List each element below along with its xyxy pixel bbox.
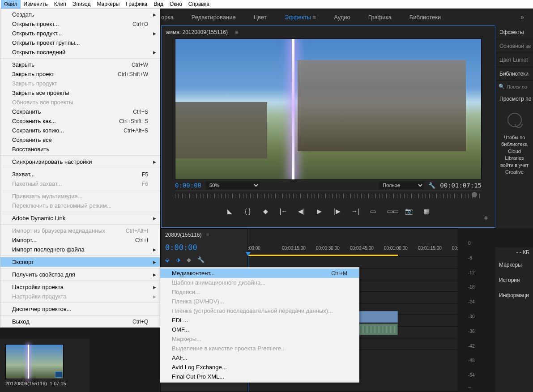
menu-sequence[interactable]: Эпизод — [69, 0, 94, 9]
ws-libraries[interactable]: Библиотеки — [409, 14, 441, 21]
submenu-arrow-icon: ▶ — [153, 216, 156, 221]
step-back-icon[interactable]: ◀| — [298, 208, 306, 215]
program-tc-in[interactable]: 0:00:00 — [175, 182, 201, 189]
menu-markers[interactable]: Маркеры — [94, 0, 123, 9]
file-menu-item[interactable]: СохранитьCtrl+S — [0, 107, 160, 116]
file-menu-item[interactable]: Диспетчер проектов... — [0, 304, 160, 314]
rp-tab-markers[interactable]: Маркеры — [495, 257, 533, 273]
file-menu-item[interactable]: Создать▶ — [0, 10, 160, 19]
timeline-menu-icon[interactable]: ≡ — [206, 232, 209, 238]
ws-more-icon[interactable]: » — [520, 13, 524, 21]
timeline-settings-icon[interactable]: 🔧 — [197, 256, 205, 263]
program-scrub-bar[interactable] — [175, 191, 482, 203]
panel-menu-icon[interactable]: ≡ — [235, 29, 238, 35]
menu-clip[interactable]: Клип — [51, 0, 69, 9]
timeline-tab[interactable]: 20809(155116) — [165, 232, 201, 238]
timeline-work-area[interactable] — [248, 255, 398, 256]
program-transport: ◣ { } ◆ |← ◀| ▶ |▶ →| ▭ ▭▭ 📷 ▦ — [162, 203, 495, 219]
file-menu-item[interactable]: Сохранить все — [0, 135, 160, 145]
program-settings-icon[interactable]: 🔧 — [428, 182, 435, 189]
ws-effects[interactable]: Эффекты ≡ — [285, 14, 316, 21]
file-menu-item[interactable]: ВыходCtrl+Q — [0, 317, 160, 326]
rp-tab-history[interactable]: История — [495, 273, 533, 288]
file-menu-item: Настройки продукта▶ — [0, 292, 160, 301]
search-icon: 🔍 — [499, 84, 505, 89]
program-tab[interactable]: амма: 20120809(155116) — [166, 29, 228, 35]
export-menu-item: Выделение в качестве проекта Premiere... — [160, 344, 359, 353]
project-clip-name: 20120809(155116) — [5, 381, 47, 386]
snap-icon[interactable]: ⬙ — [165, 256, 170, 263]
file-menu-item[interactable]: Настройки проекта▶ — [0, 282, 160, 292]
menubar: Файл Изменить Клип Эпизод Маркеры График… — [0, 0, 533, 9]
extract-icon[interactable]: ▭▭ — [387, 208, 395, 215]
file-menu-item[interactable]: Импорт...Ctrl+I — [0, 235, 160, 245]
linked-selection-icon[interactable]: ⬗ — [176, 256, 180, 263]
file-menu-item[interactable]: ЗакрытьCtrl+W — [0, 60, 160, 69]
file-menu-item[interactable]: Закрыть проектCtrl+Shift+W — [0, 69, 160, 79]
program-quality-select[interactable]: Полное — [379, 181, 424, 189]
export-menu-item: Маркеры... — [160, 334, 359, 344]
project-clip-thumb[interactable] — [5, 344, 64, 379]
ws-audio[interactable]: Аудио — [334, 14, 350, 21]
ws-editing[interactable]: Редактирование — [192, 14, 236, 21]
export-menu-item[interactable]: AAF... — [160, 353, 359, 362]
program-video-canvas[interactable] — [175, 38, 482, 180]
mark-out-icon[interactable]: { } — [244, 208, 252, 215]
marker-tool-icon[interactable]: ◆ — [187, 256, 191, 263]
rp-tab-lumetri[interactable]: Цвет Lumet — [496, 53, 533, 67]
file-menu-item[interactable]: Сохранить копию...Ctrl+Alt+S — [0, 126, 160, 135]
play-icon[interactable]: ▶ — [316, 208, 324, 215]
libraries-search[interactable]: 🔍 Поиск по — [496, 81, 533, 92]
project-panel: 20120809(155116) 1:07:15 — [0, 339, 90, 392]
program-zoom-select[interactable]: 50% — [206, 181, 260, 189]
menu-graphics[interactable]: Графика — [123, 0, 150, 9]
file-menu-item[interactable]: Adobe Dynamic Link▶ — [0, 213, 160, 223]
ws-color[interactable]: Цвет — [254, 14, 267, 21]
go-to-in-icon[interactable]: |← — [280, 208, 288, 215]
export-menu-item[interactable]: Медиаконтент...Ctrl+M — [160, 268, 359, 278]
libraries-browse[interactable]: Просмотр по — [496, 92, 533, 106]
lift-icon[interactable]: ▭ — [369, 208, 377, 215]
file-menu-item[interactable]: Восстановить — [0, 145, 160, 154]
file-menu-item[interactable]: Закрыть все проекты — [0, 88, 160, 98]
file-menu-item[interactable]: Открыть продукт...▶ — [0, 29, 160, 38]
program-monitor-panel: амма: 20120809(155116) ≡ 0:00:00 50% Пол… — [161, 26, 495, 228]
submenu-arrow-icon: ▶ — [153, 260, 156, 264]
mark-in-icon[interactable]: ◣ — [226, 208, 234, 215]
add-marker-icon[interactable]: ◆ — [262, 208, 270, 215]
export-menu-item[interactable]: Avid Log Exchange... — [160, 362, 359, 372]
export-menu-item[interactable]: EDL... — [160, 315, 359, 325]
file-menu-item[interactable]: Открыть проект...Ctrl+O — [0, 19, 160, 29]
program-info-row: 0:00:00 50% Полное 🔧 00:01:07:15 — [162, 180, 495, 191]
menu-edit[interactable]: Изменить — [21, 0, 51, 9]
file-menu-item[interactable]: Сохранить как...Ctrl+Shift+S — [0, 116, 160, 126]
rp-tab-effects[interactable]: Эффекты — [496, 26, 533, 39]
file-menu-item[interactable]: Синхронизировать настройки▶ — [0, 157, 160, 166]
ws-graphics[interactable]: Графика — [368, 14, 392, 21]
button-editor-icon[interactable]: ＋ — [482, 213, 490, 223]
menu-window[interactable]: Окно — [166, 0, 185, 9]
rp-tab-libraries[interactable]: Библиотеки — [496, 67, 533, 81]
rp-tab-info[interactable]: Информаци — [495, 288, 533, 303]
program-scrub-handle[interactable] — [472, 192, 477, 197]
menu-view[interactable]: Вид — [150, 0, 166, 9]
step-fwd-icon[interactable]: |▶ — [333, 208, 341, 215]
go-to-out-icon[interactable]: →| — [351, 208, 359, 215]
export-menu-item[interactable]: Final Cut Pro XML... — [160, 372, 359, 381]
rp-tab-essential-sound[interactable]: Основной зв — [496, 39, 533, 53]
export-frame-icon[interactable]: 📷 — [405, 208, 413, 215]
menu-help[interactable]: Справка — [185, 0, 213, 9]
ws-assembly[interactable]: орка — [161, 14, 174, 21]
creative-cloud-icon — [507, 113, 522, 127]
file-menu-item[interactable]: Импорт последнего файла▶ — [0, 245, 160, 254]
timeline-playhead-tc[interactable]: 0:00:00 — [161, 241, 247, 254]
comparison-icon[interactable]: ▦ — [423, 208, 431, 215]
file-menu-item[interactable]: Получить свойства для▶ — [0, 270, 160, 279]
menu-file[interactable]: Файл — [1, 0, 21, 9]
file-menu-item[interactable]: Открыть последний▶ — [0, 47, 160, 57]
file-menu-item[interactable]: Захват...F5 — [0, 170, 160, 179]
clip-type-badge-icon — [55, 371, 62, 378]
export-menu-item[interactable]: OMF... — [160, 325, 359, 334]
file-menu-item[interactable]: Открыть проект группы... — [0, 38, 160, 47]
file-menu-item[interactable]: Экспорт▶ — [0, 257, 160, 267]
